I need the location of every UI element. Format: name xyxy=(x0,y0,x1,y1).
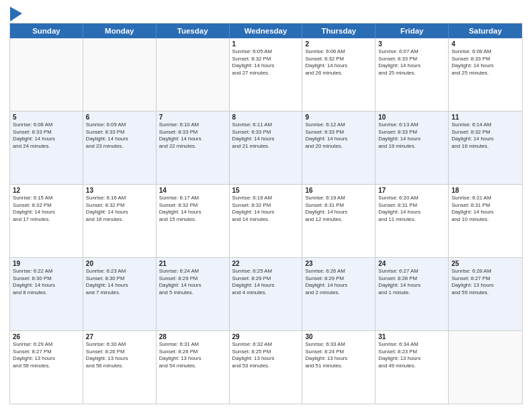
day-number: 8 xyxy=(232,113,300,121)
day-number: 7 xyxy=(159,113,226,121)
day-cell-28: 28Sunrise: 6:31 AM Sunset: 8:26 PM Dayli… xyxy=(157,331,230,404)
empty-cell xyxy=(449,331,522,404)
day-info: Sunrise: 6:29 AM Sunset: 8:27 PM Dayligh… xyxy=(13,341,80,369)
day-cell-1: 1Sunrise: 6:05 AM Sunset: 8:32 PM Daylig… xyxy=(230,38,303,111)
day-number: 12 xyxy=(13,187,80,194)
calendar-row-3: 12Sunrise: 6:15 AM Sunset: 8:32 PM Dayli… xyxy=(10,184,522,257)
day-cell-27: 27Sunrise: 6:30 AM Sunset: 8:26 PM Dayli… xyxy=(83,331,157,404)
header-day-monday: Monday xyxy=(83,24,157,38)
day-info: Sunrise: 6:21 AM Sunset: 8:31 PM Dayligh… xyxy=(451,195,519,223)
day-cell-7: 7Sunrise: 6:10 AM Sunset: 8:33 PM Daylig… xyxy=(157,111,230,184)
day-cell-3: 3Sunrise: 6:07 AM Sunset: 8:33 PM Daylig… xyxy=(375,38,449,111)
day-info: Sunrise: 6:34 AM Sunset: 8:23 PM Dayligh… xyxy=(378,341,445,369)
empty-cell xyxy=(157,38,230,111)
day-number: 30 xyxy=(305,333,372,340)
day-info: Sunrise: 6:30 AM Sunset: 8:26 PM Dayligh… xyxy=(86,341,153,369)
day-number: 1 xyxy=(232,40,300,48)
day-cell-6: 6Sunrise: 6:09 AM Sunset: 8:33 PM Daylig… xyxy=(83,111,157,184)
calendar-row-4: 19Sunrise: 6:22 AM Sunset: 8:30 PM Dayli… xyxy=(10,257,522,330)
day-info: Sunrise: 6:23 AM Sunset: 8:30 PM Dayligh… xyxy=(86,268,153,296)
day-number: 26 xyxy=(13,333,80,340)
day-number: 14 xyxy=(159,187,226,194)
day-number: 6 xyxy=(86,113,153,121)
logo-icon xyxy=(10,7,22,21)
day-cell-23: 23Sunrise: 6:26 AM Sunset: 8:29 PM Dayli… xyxy=(302,258,375,330)
calendar-row-1: 1Sunrise: 6:05 AM Sunset: 8:32 PM Daylig… xyxy=(10,38,522,111)
day-number: 20 xyxy=(86,260,153,267)
day-number: 27 xyxy=(86,333,153,340)
day-cell-13: 13Sunrise: 6:16 AM Sunset: 8:32 PM Dayli… xyxy=(83,185,157,257)
calendar-body: 1Sunrise: 6:05 AM Sunset: 8:32 PM Daylig… xyxy=(10,38,522,404)
day-cell-24: 24Sunrise: 6:27 AM Sunset: 8:28 PM Dayli… xyxy=(375,258,449,330)
day-number: 22 xyxy=(232,260,300,267)
header xyxy=(9,7,523,19)
day-cell-16: 16Sunrise: 6:19 AM Sunset: 8:31 PM Dayli… xyxy=(302,185,375,257)
day-cell-4: 4Sunrise: 6:08 AM Sunset: 8:33 PM Daylig… xyxy=(449,38,522,111)
day-number: 2 xyxy=(305,40,372,48)
day-number: 5 xyxy=(13,113,80,121)
empty-cell xyxy=(83,38,157,111)
day-info: Sunrise: 6:09 AM Sunset: 8:33 PM Dayligh… xyxy=(86,122,153,150)
day-number: 17 xyxy=(378,187,445,194)
day-number: 31 xyxy=(378,333,445,340)
day-info: Sunrise: 6:19 AM Sunset: 8:31 PM Dayligh… xyxy=(305,195,372,223)
day-number: 4 xyxy=(451,40,519,48)
day-cell-14: 14Sunrise: 6:17 AM Sunset: 8:32 PM Dayli… xyxy=(157,185,230,257)
day-info: Sunrise: 6:10 AM Sunset: 8:33 PM Dayligh… xyxy=(159,122,226,150)
day-cell-12: 12Sunrise: 6:15 AM Sunset: 8:32 PM Dayli… xyxy=(10,185,83,257)
svg-marker-0 xyxy=(10,7,22,21)
day-number: 13 xyxy=(86,187,153,194)
calendar-row-2: 5Sunrise: 6:08 AM Sunset: 8:33 PM Daylig… xyxy=(10,111,522,184)
calendar-row-5: 26Sunrise: 6:29 AM Sunset: 8:27 PM Dayli… xyxy=(10,330,522,404)
day-cell-25: 25Sunrise: 6:28 AM Sunset: 8:27 PM Dayli… xyxy=(449,258,522,330)
calendar: SundayMondayTuesdayWednesdayThursdayFrid… xyxy=(9,23,523,404)
day-number: 21 xyxy=(159,260,226,267)
header-day-saturday: Saturday xyxy=(449,24,522,38)
header-day-sunday: Sunday xyxy=(10,24,83,38)
header-day-thursday: Thursday xyxy=(302,24,375,38)
day-cell-2: 2Sunrise: 6:06 AM Sunset: 8:32 PM Daylig… xyxy=(302,38,375,111)
day-info: Sunrise: 6:17 AM Sunset: 8:32 PM Dayligh… xyxy=(159,195,226,223)
day-info: Sunrise: 6:33 AM Sunset: 8:24 PM Dayligh… xyxy=(305,341,372,369)
day-number: 9 xyxy=(305,113,372,121)
day-number: 23 xyxy=(305,260,372,267)
day-info: Sunrise: 6:16 AM Sunset: 8:32 PM Dayligh… xyxy=(86,195,153,223)
day-info: Sunrise: 6:26 AM Sunset: 8:29 PM Dayligh… xyxy=(305,268,372,296)
day-cell-26: 26Sunrise: 6:29 AM Sunset: 8:27 PM Dayli… xyxy=(10,331,83,404)
day-cell-11: 11Sunrise: 6:14 AM Sunset: 8:32 PM Dayli… xyxy=(449,111,522,184)
day-number: 15 xyxy=(232,187,300,194)
empty-cell xyxy=(10,38,83,111)
day-info: Sunrise: 6:24 AM Sunset: 8:29 PM Dayligh… xyxy=(159,268,226,296)
day-cell-20: 20Sunrise: 6:23 AM Sunset: 8:30 PM Dayli… xyxy=(83,258,157,330)
day-number: 16 xyxy=(305,187,372,194)
day-cell-15: 15Sunrise: 6:18 AM Sunset: 8:32 PM Dayli… xyxy=(230,185,303,257)
day-cell-29: 29Sunrise: 6:32 AM Sunset: 8:25 PM Dayli… xyxy=(230,331,303,404)
day-cell-21: 21Sunrise: 6:24 AM Sunset: 8:29 PM Dayli… xyxy=(157,258,230,330)
day-cell-18: 18Sunrise: 6:21 AM Sunset: 8:31 PM Dayli… xyxy=(449,185,522,257)
day-cell-10: 10Sunrise: 6:13 AM Sunset: 8:33 PM Dayli… xyxy=(375,111,449,184)
day-number: 11 xyxy=(451,113,519,121)
day-info: Sunrise: 6:08 AM Sunset: 8:33 PM Dayligh… xyxy=(13,122,80,150)
day-info: Sunrise: 6:27 AM Sunset: 8:28 PM Dayligh… xyxy=(378,268,445,296)
day-info: Sunrise: 6:31 AM Sunset: 8:26 PM Dayligh… xyxy=(159,341,226,369)
day-cell-17: 17Sunrise: 6:20 AM Sunset: 8:31 PM Dayli… xyxy=(375,185,449,257)
day-info: Sunrise: 6:20 AM Sunset: 8:31 PM Dayligh… xyxy=(378,195,445,223)
header-day-tuesday: Tuesday xyxy=(157,24,230,38)
day-number: 24 xyxy=(378,260,445,267)
day-cell-5: 5Sunrise: 6:08 AM Sunset: 8:33 PM Daylig… xyxy=(10,111,83,184)
day-info: Sunrise: 6:12 AM Sunset: 8:33 PM Dayligh… xyxy=(305,122,372,150)
day-cell-9: 9Sunrise: 6:12 AM Sunset: 8:33 PM Daylig… xyxy=(302,111,375,184)
day-info: Sunrise: 6:13 AM Sunset: 8:33 PM Dayligh… xyxy=(378,122,445,150)
header-day-friday: Friday xyxy=(375,24,449,38)
day-number: 28 xyxy=(159,333,226,340)
day-info: Sunrise: 6:28 AM Sunset: 8:27 PM Dayligh… xyxy=(451,268,519,296)
day-info: Sunrise: 6:32 AM Sunset: 8:25 PM Dayligh… xyxy=(232,341,300,369)
day-info: Sunrise: 6:05 AM Sunset: 8:32 PM Dayligh… xyxy=(232,48,300,77)
page: SundayMondayTuesdayWednesdayThursdayFrid… xyxy=(0,0,532,411)
day-cell-22: 22Sunrise: 6:25 AM Sunset: 8:29 PM Dayli… xyxy=(230,258,303,330)
calendar-header: SundayMondayTuesdayWednesdayThursdayFrid… xyxy=(10,24,522,38)
day-info: Sunrise: 6:25 AM Sunset: 8:29 PM Dayligh… xyxy=(232,268,300,296)
day-number: 29 xyxy=(232,333,300,340)
day-cell-30: 30Sunrise: 6:33 AM Sunset: 8:24 PM Dayli… xyxy=(302,331,375,404)
day-number: 10 xyxy=(378,113,445,121)
